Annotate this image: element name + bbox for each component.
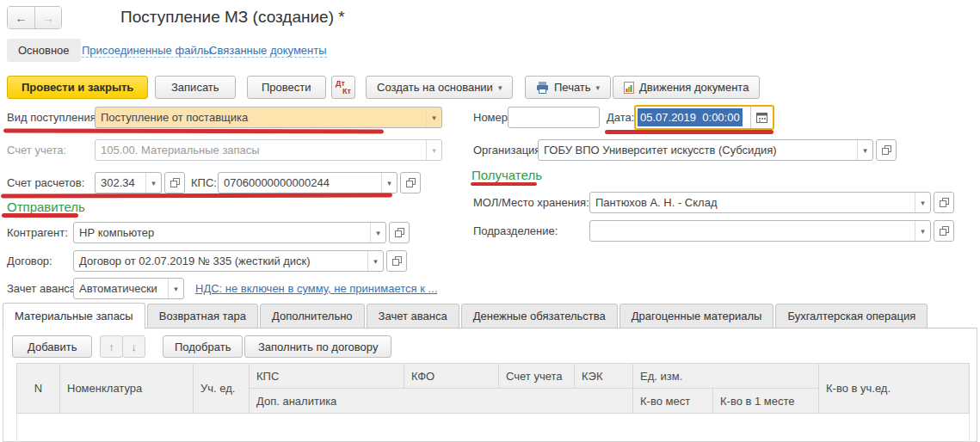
create-based-on-button[interactable]: Создать на основании ▾ (366, 76, 513, 99)
history-nav: ← → (7, 6, 62, 29)
counterparty-value: НР компьютер (74, 223, 370, 242)
settlement-account-field[interactable]: 302.34 ▾ (95, 172, 162, 193)
col-header-extra-analytics: Доп. аналитика (250, 389, 633, 414)
dropdown-icon[interactable]: ▾ (367, 251, 383, 271)
advance-offset-label: Зачет аванса: (7, 278, 79, 299)
forward-button[interactable]: → (34, 7, 61, 28)
counterparty-label: Контрагент: (7, 222, 68, 243)
tab-accounting-operation[interactable]: Бухгалтерская операция (775, 304, 928, 328)
open-icon (170, 178, 180, 187)
col-header-unit: Ед. изм. (633, 364, 819, 389)
col-header-nomenclature: Номенклатура (60, 364, 194, 414)
recipient-section-heading: Получатель (472, 168, 542, 182)
document-movements-button[interactable]: Движения документа (613, 76, 760, 99)
kps-value: 07060000000000244 (219, 173, 381, 193)
settlement-account-open-button[interactable] (164, 172, 185, 193)
kps-field[interactable]: 07060000000000244 ▾ (218, 172, 398, 193)
back-arrow-icon: ← (15, 11, 28, 25)
print-label: Печать (554, 81, 591, 94)
post-and-close-label: Провести и закрыть (22, 81, 133, 94)
move-row-down-button[interactable]: ↓ (122, 335, 145, 358)
contract-field[interactable]: Договор от 02.07.2019 № 335 (жесткий дис… (73, 250, 384, 272)
mol-label: МОЛ/Место хранения: (473, 192, 589, 213)
open-icon (940, 198, 949, 207)
annotation-underline-sender (2, 213, 78, 218)
department-field[interactable]: ▾ (589, 220, 931, 242)
tab-main[interactable]: Основное (7, 39, 81, 62)
tab-additional[interactable]: Дополнительно (260, 304, 365, 328)
col-header-account: Счет учета (499, 364, 575, 389)
empty-table-body[interactable] (17, 414, 970, 442)
col-header-kfo: КФО (404, 364, 499, 389)
tab-precious-materials[interactable]: Драгоценные материалы (619, 304, 774, 328)
mol-field[interactable]: Пантюхов А. Н. - Склад ▾ (589, 192, 931, 213)
dropdown-icon[interactable]: ▾ (857, 140, 872, 160)
department-open-button[interactable] (934, 220, 954, 242)
kps-label: КПС: (191, 172, 217, 193)
counterparty-field[interactable]: НР компьютер ▾ (73, 222, 386, 243)
number-input[interactable] (508, 107, 600, 128)
dropdown-icon: ▾ (426, 140, 441, 160)
forward-arrow-icon: → (42, 11, 54, 25)
department-value (590, 221, 915, 241)
account-label: Счет учета: (7, 139, 66, 161)
counterparty-open-button[interactable] (389, 222, 410, 243)
date-field[interactable]: 05.07.2019 0:00:00 (634, 105, 774, 130)
add-row-button[interactable]: Добавить (12, 335, 92, 358)
dropdown-icon[interactable]: ▾ (915, 193, 930, 212)
dropdown-icon[interactable]: ▾ (915, 221, 930, 241)
move-row-up-button[interactable]: ↑ (100, 335, 123, 358)
contract-open-button[interactable] (386, 250, 407, 272)
account-field: 105.00. Материальные запасы ▾ (95, 139, 442, 161)
post-button[interactable]: Провести (247, 76, 326, 99)
organization-label: Организация: (473, 139, 544, 161)
col-header-n: N (17, 364, 60, 414)
organization-open-button[interactable] (876, 139, 897, 161)
col-header-acc-unit: Уч. ед. (194, 364, 250, 414)
calendar-button[interactable] (750, 107, 773, 128)
dropdown-icon[interactable]: ▾ (426, 107, 441, 127)
receipt-type-field[interactable]: Поступление от поставщика ▾ (95, 107, 442, 128)
tab-advance-offset[interactable]: Зачет аванса (367, 304, 459, 328)
save-button[interactable]: Записать (155, 76, 236, 99)
kps-open-button[interactable] (400, 172, 421, 193)
account-value: 105.00. Материальные запасы (96, 140, 426, 160)
print-button[interactable]: Печать ▾ (525, 76, 611, 99)
advance-offset-value: Автоматически (74, 279, 168, 298)
vat-settings-link[interactable]: НДС: не включен в сумму, не принимается … (195, 278, 437, 299)
organization-field[interactable]: ГОБУ ВПО Университет искусств (Субсидия)… (538, 139, 873, 161)
tab-related-documents[interactable]: Связанные документы (209, 44, 327, 58)
debit-credit-button[interactable]: Дт Кт (331, 76, 355, 99)
page-title: Поступление МЗ (создание) * (120, 8, 345, 27)
date-value-selected: 05.07.2019 0:00:00 (636, 107, 750, 128)
tab-monetary-obligations[interactable]: Денежные обязательства (461, 304, 618, 328)
sender-section-heading: Отправитель (7, 200, 85, 214)
chevron-down-icon: ▾ (498, 83, 502, 92)
open-icon (406, 178, 416, 187)
dropdown-icon[interactable]: ▾ (381, 173, 397, 193)
calendar-icon (756, 112, 767, 123)
contract-value: Договор от 02.07.2019 № 335 (жесткий дис… (74, 251, 367, 271)
annotation-underline-recipient (471, 182, 537, 186)
dropdown-icon[interactable]: ▾ (168, 279, 183, 298)
settlement-account-label: Счет расчетов: (7, 172, 84, 193)
tab-returnable-packaging[interactable]: Возвратная тара (147, 304, 258, 328)
settlement-account-value: 302.34 (96, 173, 145, 193)
printer-icon (536, 82, 549, 94)
tab-attached-files[interactable]: Присоединенные файлы (82, 44, 212, 58)
dropdown-icon[interactable]: ▾ (145, 173, 161, 193)
advance-offset-field[interactable]: Автоматически ▾ (73, 278, 184, 299)
post-and-close-button[interactable]: Провести и закрыть (7, 76, 148, 99)
mol-open-button[interactable] (934, 192, 954, 213)
tab-material-stocks[interactable]: Материальные запасы (3, 303, 145, 329)
document-movements-icon (624, 82, 634, 94)
fill-by-contract-button[interactable]: Заполнить по договору (244, 335, 391, 358)
back-button[interactable]: ← (8, 7, 34, 28)
col-header-qty-places: К-во мест (633, 389, 713, 414)
dropdown-icon[interactable]: ▾ (370, 223, 385, 242)
pick-items-button[interactable]: Подобрать (163, 335, 243, 358)
receipt-type-label: Вид поступления: (7, 107, 99, 128)
document-movements-label: Движения документа (639, 81, 749, 94)
organization-value: ГОБУ ВПО Университет искусств (Субсидия) (539, 140, 857, 160)
credit-label: Кт (342, 87, 351, 95)
